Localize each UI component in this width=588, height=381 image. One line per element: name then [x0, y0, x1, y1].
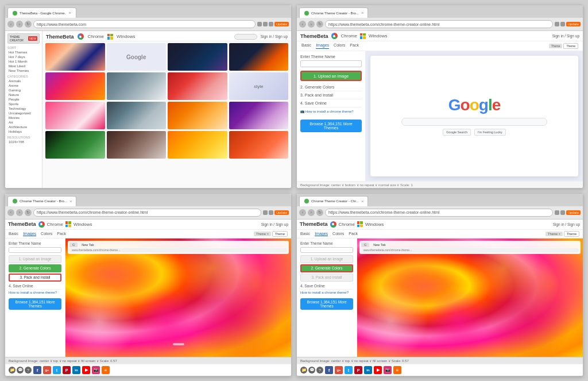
reload-btn-3[interactable]: ↻ [25, 209, 32, 216]
tab-basic[interactable]: Basic [301, 43, 311, 49]
tab3-images[interactable]: Images [23, 232, 36, 236]
learn-3[interactable]: How to install a chrome theme? [9, 290, 61, 295]
sidebar-holidays[interactable]: Holidays [7, 129, 40, 134]
tab4-pack[interactable]: Pack [349, 232, 358, 236]
tab-pack[interactable]: Pack [350, 43, 359, 49]
sidebar-most-liked[interactable]: Most Liked [7, 64, 40, 68]
step3-pack-btn[interactable]: 3. Pack and Install [9, 274, 61, 282]
gplus-icon-4[interactable]: g+ [335, 366, 343, 374]
theme-thumb-1[interactable] [45, 43, 105, 71]
theme-thumb-6[interactable] [107, 72, 167, 100]
sidebar-new[interactable]: New Themes [7, 68, 40, 73]
forward-btn-2[interactable]: › [308, 21, 315, 28]
facebook-icon-3[interactable]: f [33, 366, 41, 374]
active-tab-1[interactable]: ThemeBeta - Google Chrome... × [7, 7, 76, 18]
youtube-icon-3[interactable]: ▶ [82, 366, 90, 374]
tab3-pack[interactable]: Pack [57, 232, 66, 236]
active-tab-3[interactable]: Chrome Theme Creator - Bro... × [7, 196, 76, 206]
flower-address-3[interactable]: www.themebeta.com/chrome-theme... [69, 248, 287, 252]
feed-icon-4[interactable]: ≡ [393, 366, 401, 374]
youtube-icon-4[interactable]: ▶ [374, 366, 382, 374]
sidebar-sports[interactable]: Sports [7, 102, 40, 106]
active-tab-2[interactable]: Chrome Theme Creator - Bro... × [299, 7, 368, 18]
google-search-btn[interactable]: Google Search [443, 129, 471, 136]
theme-thumb-11[interactable] [168, 102, 227, 129]
sidebar-hot-1m[interactable]: Hot 1 Month [7, 59, 40, 64]
folder-icon-4[interactable]: 📁 [300, 367, 307, 374]
forward-btn-3[interactable]: › [16, 209, 23, 216]
sidebar-gaming[interactable]: Gaming [7, 88, 40, 93]
sidebar-hot-themes[interactable]: Hot Themes [7, 50, 40, 55]
flower-address-4[interactable]: www.themebeta.com/chrome-theme... [361, 248, 579, 252]
address-box-1[interactable]: https://www.themebeta.com [33, 20, 256, 28]
theme-thumb-14[interactable] [107, 131, 167, 159]
learn-link[interactable]: 📺 How to install a chrome theme? [300, 107, 362, 115]
tab-images[interactable]: Images [316, 43, 329, 49]
gallery-search-input[interactable] [234, 34, 257, 40]
back-btn-3[interactable]: ‹ [7, 209, 14, 216]
sidebar-nature[interactable]: Nature [7, 93, 40, 97]
back-btn-1[interactable]: ‹ [7, 21, 14, 28]
sidebar-anime[interactable]: Anime [7, 83, 40, 88]
theme-thumb-10[interactable] [107, 102, 167, 129]
sidebar-animals[interactable]: Animals [7, 79, 40, 83]
twitter-icon-4[interactable]: t [345, 366, 353, 374]
help-icon-4[interactable]: ? [316, 367, 323, 374]
google-lucky-btn[interactable]: I'm Feeling Lucky [474, 129, 506, 136]
gplus-icon-3[interactable]: g+ [43, 366, 51, 374]
theme-thumb-5[interactable] [45, 72, 105, 100]
theme-thumb-9[interactable] [45, 102, 105, 129]
update-btn-4[interactable]: Update [566, 210, 581, 215]
sidebar-uncat[interactable]: Uncategorized [7, 111, 40, 116]
theme-name-input-3[interactable] [9, 247, 61, 253]
feed-icon-3[interactable]: ≡ [102, 366, 110, 374]
forward-btn-4[interactable]: › [308, 209, 315, 216]
theme-thumb-3[interactable] [168, 43, 227, 71]
theme-thumb-13[interactable] [45, 131, 105, 159]
sidebar-hot-7[interactable]: Hot 7 days [7, 55, 40, 59]
theme-thumb-4[interactable] [229, 43, 289, 71]
sidebar-arch[interactable]: Architecture [7, 125, 40, 129]
linkedin-icon-3[interactable]: in [72, 366, 80, 374]
theme-thumb-15[interactable] [168, 131, 227, 159]
signin-3[interactable]: Sign in / Sign up [261, 222, 288, 226]
tab-close-3[interactable]: × [69, 199, 72, 204]
tab4-images[interactable]: Images [315, 232, 328, 236]
signin-2[interactable]: Sign in / Sign up [552, 34, 579, 38]
tab4-basic[interactable]: Basic [300, 232, 310, 236]
tab-colors[interactable]: Colors [334, 43, 345, 49]
twitter-icon-3[interactable]: t [53, 366, 61, 374]
instagram-icon-4[interactable]: 📷 [384, 366, 392, 374]
chat-icon-3[interactable]: 💬 [17, 367, 24, 374]
theme-creator-btn[interactable]: THEME CREATOR NEW [7, 33, 40, 44]
address-box-2[interactable]: https://www.themebeta.com/chrome-theme-c… [325, 20, 553, 28]
reload-btn-4[interactable]: ↻ [316, 209, 323, 216]
theme-name-input[interactable] [300, 60, 362, 67]
sidebar-movies[interactable]: Movies [7, 116, 40, 120]
tab-close-4[interactable]: × [361, 199, 364, 204]
address-box-4[interactable]: https://www.themebeta.com/chrome-theme-c… [325, 209, 553, 217]
tab3-colors[interactable]: Colors [41, 232, 52, 236]
update-btn-1[interactable]: Update [274, 22, 289, 26]
reload-btn-1[interactable]: ↻ [25, 21, 32, 28]
theme-name-input-4[interactable] [300, 247, 353, 253]
forward-btn-1[interactable]: › [16, 21, 23, 28]
browse-themes-btn-2[interactable]: Browse 1,364,151 More Themes [300, 120, 362, 132]
theme-thumb-12[interactable] [229, 102, 289, 129]
instagram-icon-3[interactable]: 📷 [92, 366, 100, 374]
update-btn-2[interactable]: Update [566, 22, 581, 26]
signin-link[interactable]: Sign in / Sign up [261, 34, 288, 39]
folder-icon-3[interactable]: 📁 [9, 367, 16, 374]
learn-4[interactable]: How to install a chrome theme? [300, 290, 353, 295]
chat-icon-4[interactable]: 💬 [308, 367, 315, 374]
theme-thumb-16[interactable] [229, 131, 289, 159]
tab3-basic[interactable]: Basic [9, 232, 18, 236]
back-btn-2[interactable]: ‹ [299, 21, 306, 28]
tab4-colors[interactable]: Colors [332, 232, 344, 236]
help-icon-3[interactable]: ? [25, 367, 32, 374]
step3-generate-btn[interactable]: 2. Generate Colors [9, 264, 61, 272]
update-btn-3[interactable]: Update [274, 210, 289, 215]
tab-close-2[interactable]: × [361, 10, 364, 16]
tab-close-1[interactable]: × [68, 10, 71, 16]
theme-thumb-7[interactable] [168, 72, 227, 100]
